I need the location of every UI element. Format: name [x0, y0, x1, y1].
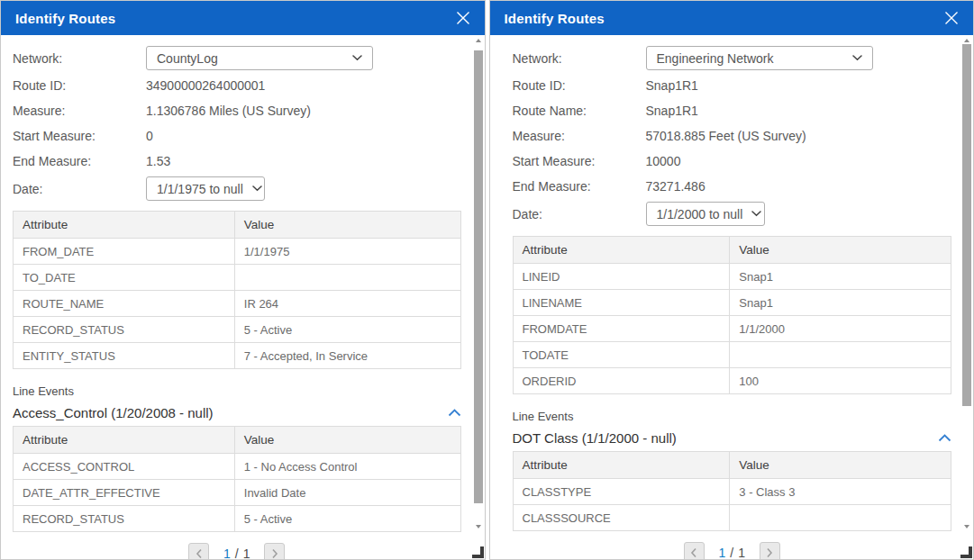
end-measure-value: 1.53	[146, 154, 170, 168]
route-name-field-row: Route Name: Snap1R1	[513, 98, 952, 123]
line-event-section-header[interactable]: Access_Control (1/20/2008 - null)	[13, 404, 461, 420]
network-select[interactable]: Engineering Network	[646, 46, 873, 70]
date-field-row: Date: 1/1/2000 to null	[513, 199, 952, 229]
end-measure-value: 73271.486	[646, 179, 705, 194]
table-row: RECORD_STATUS5 - Active	[14, 317, 461, 343]
attribute-cell: ROUTE_NAME	[14, 291, 235, 317]
table-row: TODATE	[513, 342, 951, 368]
pagination: 1 / 1	[13, 543, 461, 560]
scrollbar[interactable]	[474, 37, 483, 528]
network-label: Network:	[13, 51, 146, 66]
table-row: DATE_ATTR_EFFECTIVEInvalid Date	[14, 480, 461, 506]
resize-grip-icon[interactable]	[472, 546, 484, 558]
table-header-row: Attribute Value	[14, 427, 461, 454]
date-select-value: 1/1/1975 to null	[157, 182, 243, 196]
attribute-cell: FROM_DATE	[14, 239, 235, 265]
date-label: Date:	[513, 207, 646, 221]
attribute-cell: TODATE	[513, 342, 730, 368]
measure-value: 1.1306786 Miles (US Survey)	[146, 104, 311, 118]
table-row: LINEIDSnap1	[513, 264, 951, 290]
table-row: TO_DATE	[14, 265, 461, 291]
previous-page-button[interactable]	[684, 542, 705, 560]
dialog-header: Identify Routes	[1, 1, 485, 35]
attribute-cell: ACCESS_CONTROL	[14, 454, 235, 480]
total-pages: 1	[738, 546, 745, 560]
date-select[interactable]: 1/1/2000 to null	[646, 202, 765, 226]
close-icon[interactable]	[453, 8, 473, 28]
value-cell: 1/1/1975	[234, 239, 460, 265]
value-cell	[234, 265, 460, 291]
start-measure-value: 0	[146, 129, 153, 143]
previous-page-button[interactable]	[188, 543, 209, 560]
value-cell: 3 - Class 3	[730, 479, 951, 505]
scrollbar[interactable]	[962, 37, 971, 528]
value-cell: Snap1	[730, 290, 951, 316]
scroll-up-icon[interactable]	[476, 39, 481, 42]
route-id-label: Route ID:	[13, 78, 146, 93]
value-cell: 1/1/2000	[730, 316, 951, 342]
table-row: ROUTE_NAMEIR 264	[14, 291, 461, 317]
date-field-row: Date: 1/1/1975 to null	[13, 174, 461, 203]
line-event-attributes-table: Attribute Value CLASSTYPE3 - Class 3 CLA…	[513, 451, 952, 531]
attribute-cell: DATE_ATTR_EFFECTIVE	[14, 480, 235, 506]
date-select[interactable]: 1/1/1975 to null	[146, 176, 265, 201]
route-attributes-table: Attribute Value FROM_DATE1/1/1975 TO_DAT…	[13, 211, 461, 369]
line-event-section-title: DOT Class (1/1/2000 - null)	[513, 430, 677, 446]
network-select[interactable]: CountyLog	[146, 46, 373, 70]
route-id-value: Snap1R1	[646, 78, 698, 93]
date-select-value: 1/1/2000 to null	[657, 207, 743, 221]
chevron-down-icon	[751, 211, 761, 217]
value-cell: 7 - Accepted, In Service	[234, 343, 460, 369]
page-separator: /	[730, 546, 733, 560]
end-measure-label: End Measure:	[513, 179, 646, 194]
attribute-column-header: Attribute	[513, 237, 730, 264]
attribute-cell: FROMDATE	[513, 316, 730, 342]
table-row: ENTITY_STATUS7 - Accepted, In Service	[14, 343, 461, 369]
resize-grip-icon[interactable]	[960, 546, 972, 558]
next-page-button[interactable]	[760, 542, 780, 560]
scroll-thumb[interactable]	[962, 44, 971, 406]
chevron-down-icon	[252, 185, 262, 192]
scroll-thumb[interactable]	[474, 50, 483, 503]
route-name-label: Route Name:	[513, 104, 646, 118]
scroll-up-icon[interactable]	[964, 39, 969, 42]
attribute-cell: LINEID	[513, 264, 730, 290]
page-indicator: 1 / 1	[223, 546, 250, 560]
line-events-label: Line Events	[513, 410, 952, 423]
chevron-down-icon	[852, 55, 862, 61]
attribute-cell: ORDERID	[513, 368, 730, 394]
attribute-cell: ENTITY_STATUS	[14, 343, 235, 369]
identify-routes-dialog-left: Identify Routes Network: CountyLog Route…	[0, 0, 486, 560]
route-attributes-table: Attribute Value LINEIDSnap1 LINENAMESnap…	[513, 236, 952, 394]
table-row: FROM_DATE1/1/1975	[14, 239, 461, 265]
current-page: 1	[223, 546, 231, 560]
close-icon[interactable]	[942, 8, 961, 28]
line-event-section-header[interactable]: DOT Class (1/1/2000 - null)	[513, 429, 952, 446]
start-measure-field-row: Start Measure: 10000	[513, 149, 952, 174]
network-field-row: Network: CountyLog	[13, 43, 461, 73]
chevron-up-icon[interactable]	[938, 429, 951, 446]
scroll-down-icon[interactable]	[476, 525, 481, 528]
attribute-column-header: Attribute	[14, 212, 235, 239]
table-row: RECORD_STATUS5 - Active	[14, 506, 461, 532]
chevron-up-icon[interactable]	[448, 404, 461, 420]
value-cell: Snap1	[730, 264, 951, 290]
value-cell: 1 - No Access Control	[234, 454, 460, 480]
table-row: FROMDATE1/1/2000	[513, 316, 951, 342]
scroll-down-icon[interactable]	[964, 525, 969, 528]
pagination: 1 / 1	[513, 542, 952, 560]
value-cell	[730, 505, 951, 531]
next-page-button[interactable]	[264, 543, 285, 560]
value-cell: 5 - Active	[234, 506, 460, 532]
page-separator: /	[235, 546, 239, 560]
measure-value: 57018.885 Feet (US Survey)	[646, 129, 806, 143]
workspace: Identify Routes Network: CountyLog Route…	[0, 0, 974, 560]
value-cell: 100	[730, 368, 951, 394]
start-measure-field-row: Start Measure: 0	[13, 123, 461, 149]
dialog-body: Network: CountyLog Route ID: 34900000264…	[1, 35, 485, 560]
dialog-header: Identify Routes	[490, 1, 974, 35]
value-cell	[730, 342, 951, 368]
total-pages: 1	[243, 546, 250, 560]
identify-routes-dialog-right: Identify Routes Network: Engineering Net…	[489, 0, 974, 560]
measure-label: Measure:	[513, 129, 646, 143]
